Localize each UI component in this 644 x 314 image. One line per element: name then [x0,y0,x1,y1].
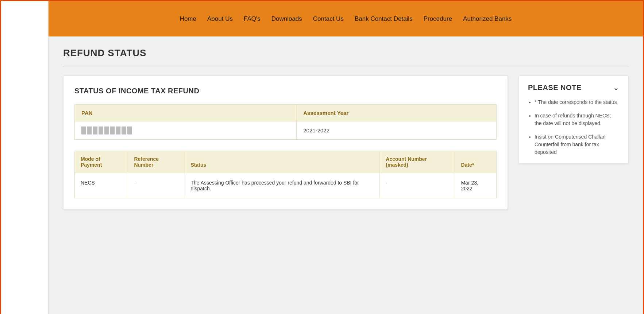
nav-authorized-banks[interactable]: Authorized Banks [463,15,512,22]
right-panel-header: PLEASE NOTE ⌄ [528,83,619,92]
date-header: Date* [455,151,497,173]
nav-about-us[interactable]: About Us [207,15,233,22]
reference-number-header: Reference Number [128,151,185,173]
status-value: The Assessing Officer has processed your… [185,173,380,198]
nav-bank-contact[interactable]: Bank Contact Details [355,15,413,22]
left-sidebar [1,1,49,314]
date-value: Mar 23, 2022 [455,173,497,198]
table-row: NECS - The Assessing Officer has process… [75,173,497,198]
right-panel-title: PLEASE NOTE [528,84,582,92]
status-header: Status [185,151,380,173]
pan-header: PAN [75,105,297,121]
right-panel: PLEASE NOTE ⌄ * The date corresponds to … [519,75,628,164]
list-item: Insist on Computerised Challan Counterfo… [535,133,619,156]
assessment-year-value: 2021-2022 [297,121,497,140]
list-item: * The date corresponds to the status [535,98,619,106]
title-divider [63,66,628,66]
nav-procedure[interactable]: Procedure [424,15,452,22]
chevron-down-icon[interactable]: ⌄ [613,83,619,92]
mode-of-payment-value: NECS [75,173,128,198]
assessment-year-header: Assessment Year [297,105,497,121]
list-item: In case of refunds through NECS; the dat… [535,112,619,127]
reference-number-value: - [128,173,185,198]
note-list: * The date corresponds to the status In … [528,98,619,156]
page-title: REFUND STATUS [63,47,628,59]
nav-home[interactable]: Home [180,15,196,22]
nav-contact-us[interactable]: Contact Us [313,15,344,22]
main-panel: STATUS OF INCOME TAX REFUND PAN Assessme… [63,75,508,210]
info-table: PAN Assessment Year █████████ 2021-2022 [74,104,497,140]
pan-value: █████████ [75,121,297,140]
nav-downloads[interactable]: Downloads [271,15,302,22]
main-nav: Home About Us FAQ's Downloads Contact Us… [49,1,643,36]
nav-faqs[interactable]: FAQ's [244,15,261,22]
panel-title: STATUS OF INCOME TAX REFUND [74,87,497,95]
mode-of-payment-header: Mode of Payment [75,151,128,173]
account-number-value: - [380,173,455,198]
account-number-header: Account Number (masked) [380,151,455,173]
detail-table: Mode of Payment Reference Number Status … [74,151,497,198]
